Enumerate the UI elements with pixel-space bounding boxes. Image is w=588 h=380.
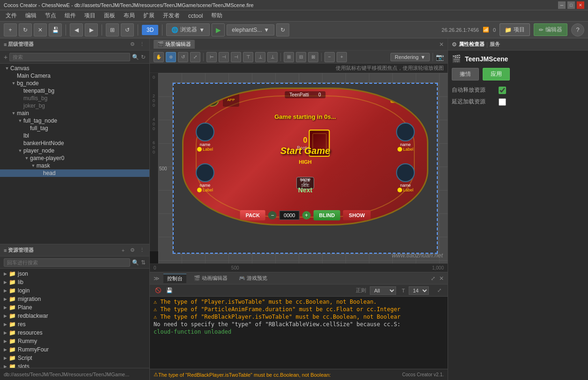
console-clear-btn[interactable]: 🚫 bbox=[154, 286, 163, 295]
asset-folder-json[interactable]: ▶ 📁 json bbox=[0, 270, 149, 278]
undo-button[interactable]: ◀ bbox=[70, 23, 83, 37]
tree-node-full-tag[interactable]: full_tag bbox=[0, 124, 149, 132]
blind-bet-button[interactable]: BLIND bbox=[314, 210, 341, 220]
menu-extend[interactable]: 扩展 bbox=[140, 11, 158, 21]
align-bottom-button[interactable]: ⊥ bbox=[267, 52, 278, 62]
console-fullscreen-btn[interactable]: ⤢ bbox=[434, 286, 444, 295]
assets-more-icon[interactable]: ⋮ bbox=[138, 247, 146, 254]
console-content[interactable]: The type of "Player.isTwoTable" must be … bbox=[150, 297, 448, 369]
move-tool-button[interactable]: ⊕ bbox=[166, 52, 176, 62]
camera-icon[interactable]: 📷 bbox=[436, 53, 444, 61]
project-button[interactable]: 📁 项目 bbox=[500, 23, 530, 36]
menu-dev[interactable]: 开发者 bbox=[159, 11, 184, 21]
start-game-btn[interactable]: Start Game bbox=[280, 146, 331, 156]
console-expand-icon[interactable]: ⤢ bbox=[431, 275, 435, 282]
anchor-button[interactable]: ⊠ bbox=[308, 52, 318, 62]
tree-node-full-tag-node[interactable]: ▼ full_tag_node bbox=[0, 117, 149, 124]
scene-editor-close-icon[interactable]: ✕ bbox=[439, 41, 444, 48]
play-button[interactable]: ▶ bbox=[212, 23, 225, 37]
asset-folder-script[interactable]: ▶ 📁 Script bbox=[0, 354, 149, 362]
rendering-button[interactable]: Rendering ▼ bbox=[390, 53, 430, 61]
apply-button[interactable]: 应用 bbox=[483, 68, 510, 80]
assets-add-icon[interactable]: + bbox=[119, 247, 127, 254]
rotate-tool-button[interactable]: ↺ bbox=[178, 52, 188, 62]
assets-search-input[interactable] bbox=[4, 258, 130, 267]
align-center-h-button[interactable]: ⊣ bbox=[219, 52, 229, 62]
console-save-btn[interactable]: 💾 bbox=[165, 286, 174, 295]
refresh-scene-button[interactable]: ↻ bbox=[276, 23, 289, 37]
browser-button[interactable]: 🌐 浏览器 ▼ bbox=[166, 23, 210, 36]
asset-folder-res[interactable]: ▶ 📁 res bbox=[0, 320, 149, 329]
scale-tool-button[interactable]: ⤢ bbox=[190, 52, 200, 62]
align-right-button[interactable]: ⊣ bbox=[231, 52, 241, 62]
tree-node-banker-hint[interactable]: bankerHintNode bbox=[0, 139, 149, 147]
asset-folder-login[interactable]: ▶ 📁 login bbox=[0, 286, 149, 295]
refresh-button[interactable]: ↻ bbox=[19, 23, 32, 37]
show-button[interactable]: SHOW bbox=[343, 210, 370, 220]
asset-folder-rummy[interactable]: ▶ 📁 Rummy bbox=[0, 337, 149, 345]
tree-node-game-player0[interactable]: ▼ game-player0 bbox=[0, 154, 149, 162]
editor-mode-button[interactable]: ✏ 编辑器 bbox=[534, 23, 567, 36]
scene-editor-tab[interactable]: 🎬 场景编辑器 bbox=[154, 40, 195, 49]
menu-icon-btn[interactable]: ☰ bbox=[205, 93, 219, 107]
tree-node-canvas[interactable]: ▼ Canvas bbox=[0, 65, 149, 72]
minus-button[interactable]: − bbox=[268, 211, 277, 219]
home-icon-btn[interactable]: 🏠 bbox=[187, 93, 201, 107]
rotate-tool[interactable]: ↺ bbox=[121, 23, 134, 37]
asset-folder-lib[interactable]: ▶ 📁 lib bbox=[0, 278, 149, 286]
asset-folder-migration[interactable]: ▶ 📁 migration bbox=[0, 295, 149, 303]
tree-node-main-camera[interactable]: Main Camera bbox=[0, 72, 149, 80]
add-button[interactable]: + bbox=[4, 23, 17, 37]
console-tab-preview[interactable]: 🎮 游戏预览 bbox=[235, 274, 271, 283]
asset-folder-resources[interactable]: ▶ 📁 resources bbox=[0, 329, 149, 337]
tree-node-lbl[interactable]: lbl bbox=[0, 132, 149, 139]
menu-project[interactable]: 项目 bbox=[81, 11, 99, 21]
asset-folder-slots[interactable]: ▶ 📁 slots bbox=[0, 362, 149, 368]
menu-panel[interactable]: 面板 bbox=[100, 11, 119, 21]
hierarchy-settings-icon[interactable]: ⚙ bbox=[129, 41, 136, 48]
menu-file[interactable]: 文件 bbox=[2, 11, 21, 21]
tree-node-head[interactable]: head bbox=[0, 169, 149, 177]
hierarchy-add-icon[interactable]: + bbox=[4, 53, 7, 61]
tree-node-main[interactable]: ▼ main bbox=[0, 110, 149, 117]
hierarchy-more-icon[interactable]: ⋮ bbox=[138, 41, 146, 48]
assets-search-icon[interactable]: 🔍 bbox=[132, 259, 139, 266]
tree-node-mask[interactable]: ▼ mask bbox=[0, 162, 149, 169]
first-pay-button[interactable]: FIRST PAY bbox=[390, 96, 420, 103]
asset-folder-redblackwar[interactable]: ▶ 📁 redblackwar bbox=[0, 312, 149, 320]
scene-viewport[interactable]: 0 200 400 600 500 bbox=[150, 73, 448, 263]
align-left-button[interactable]: ⊢ bbox=[206, 52, 217, 62]
tree-node-bg-node[interactable]: ▼ bg_node bbox=[0, 80, 149, 87]
plus-button[interactable]: + bbox=[302, 211, 311, 219]
asset-folder-rummyfour[interactable]: ▶ 📁 RummyFour bbox=[0, 345, 149, 354]
assets-settings-icon[interactable]: ⚙ bbox=[129, 247, 136, 254]
tree-node-player-node[interactable]: ▼ player_node bbox=[0, 147, 149, 154]
console-close-icon[interactable]: ✕ bbox=[439, 275, 444, 282]
prop-checkbox-auto-release[interactable] bbox=[499, 87, 506, 94]
hand-tool-button[interactable]: ✋ bbox=[154, 52, 164, 62]
search-icon[interactable]: 🔍 bbox=[132, 54, 139, 60]
inspector-title[interactable]: 属性检查器 bbox=[459, 41, 485, 48]
align-top-button[interactable]: ⊤ bbox=[243, 52, 253, 62]
maximize-button[interactable]: □ bbox=[567, 1, 575, 9]
menu-component[interactable]: 组件 bbox=[61, 11, 80, 21]
close-button[interactable]: ✕ bbox=[577, 1, 584, 9]
console-tab-animation[interactable]: 🎬 动画编辑器 bbox=[190, 274, 231, 283]
help-button[interactable]: ? bbox=[571, 23, 584, 37]
tree-node-joker-bg[interactable]: joker_bg bbox=[0, 102, 149, 110]
minimize-button[interactable]: ─ bbox=[558, 1, 566, 9]
close-tab-button[interactable]: ✕ bbox=[34, 23, 47, 37]
grid-button[interactable]: ⊞ bbox=[284, 52, 294, 62]
pack-button[interactable]: PACK bbox=[240, 210, 265, 220]
elephant-button[interactable]: elephantS... ▼ bbox=[227, 24, 274, 36]
service-title[interactable]: 服务 bbox=[490, 41, 500, 48]
refresh-hierarchy-icon[interactable]: ↻ bbox=[141, 54, 146, 60]
console-filter-select[interactable]: All Warn Error bbox=[370, 286, 396, 295]
prop-checkbox-lazy-load[interactable] bbox=[499, 98, 506, 106]
console-fontsize-select[interactable]: 14 12 16 bbox=[409, 286, 429, 295]
console-tab-main[interactable]: 控制台 bbox=[163, 274, 186, 283]
tree-node-teenpatti-bg[interactable]: teenpatti_bg bbox=[0, 87, 149, 95]
zoom-out-button[interactable]: − bbox=[324, 52, 335, 62]
menu-edit[interactable]: 编辑 bbox=[22, 11, 40, 21]
menu-cctool[interactable]: cctool bbox=[184, 12, 206, 20]
